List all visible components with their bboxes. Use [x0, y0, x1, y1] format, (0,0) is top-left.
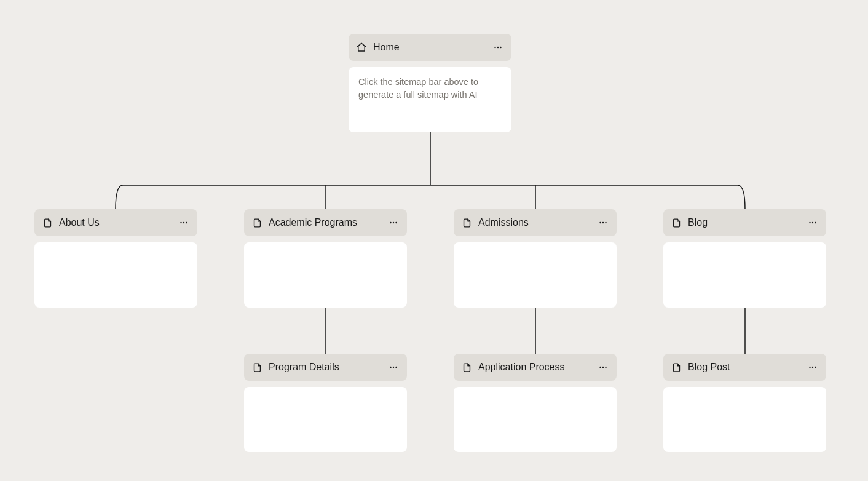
node-body-blog[interactable] — [663, 242, 826, 308]
sitemap-node-blog: Blog — [663, 209, 826, 308]
node-header-blog-post[interactable]: Blog Post — [663, 354, 826, 381]
page-icon — [461, 217, 472, 228]
svg-point-26 — [602, 367, 604, 368]
svg-point-24 — [395, 367, 397, 368]
page-icon — [671, 362, 682, 373]
svg-point-15 — [395, 222, 397, 223]
node-header-program-details[interactable]: Program Details — [244, 354, 407, 381]
node-header-home[interactable]: Home — [349, 34, 511, 61]
node-body-program-details[interactable] — [244, 387, 407, 452]
page-icon — [251, 217, 262, 228]
svg-point-7 — [494, 47, 495, 48]
svg-point-11 — [183, 222, 184, 223]
more-icon[interactable] — [492, 41, 504, 54]
node-header-blog[interactable]: Blog — [663, 209, 826, 236]
page-icon — [251, 362, 262, 373]
svg-point-28 — [809, 367, 810, 368]
more-icon[interactable] — [387, 217, 400, 229]
node-body-about-us[interactable] — [34, 242, 197, 308]
sitemap-node-application-process: Application Process — [454, 354, 617, 452]
svg-point-8 — [497, 47, 499, 48]
sitemap-node-academic-programs: Academic Programs — [244, 209, 407, 308]
more-icon[interactable] — [387, 361, 400, 373]
svg-point-13 — [390, 222, 391, 223]
svg-point-12 — [186, 222, 187, 223]
sitemap-node-program-details: Program Details — [244, 354, 407, 452]
more-icon[interactable] — [807, 217, 819, 229]
node-title: Academic Programs — [269, 217, 381, 228]
svg-point-18 — [605, 222, 606, 223]
node-header-academic-programs[interactable]: Academic Programs — [244, 209, 407, 236]
node-title: Blog Post — [688, 362, 800, 373]
svg-point-23 — [393, 367, 394, 368]
sitemap-node-home: Home Click the sitemap bar above to gene… — [349, 34, 511, 132]
node-body-admissions[interactable] — [454, 242, 617, 308]
svg-point-20 — [812, 222, 813, 223]
node-header-application-process[interactable]: Application Process — [454, 354, 617, 381]
home-icon — [356, 42, 367, 53]
sitemap-node-about-us: About Us — [34, 209, 197, 308]
page-icon — [461, 362, 472, 373]
more-icon[interactable] — [807, 361, 819, 373]
node-body-home[interactable]: Click the sitemap bar above to generate … — [349, 67, 511, 132]
node-header-about-us[interactable]: About Us — [34, 209, 197, 236]
more-icon[interactable] — [597, 217, 609, 229]
page-icon — [42, 217, 53, 228]
svg-point-25 — [599, 367, 601, 368]
svg-point-30 — [815, 367, 816, 368]
more-icon[interactable] — [178, 217, 190, 229]
svg-point-14 — [393, 222, 394, 223]
node-title: Application Process — [478, 362, 591, 373]
node-body-blog-post[interactable] — [663, 387, 826, 452]
svg-point-27 — [605, 367, 606, 368]
node-body-application-process[interactable] — [454, 387, 617, 452]
sitemap-node-blog-post: Blog Post — [663, 354, 826, 452]
svg-point-19 — [809, 222, 810, 223]
svg-point-22 — [390, 367, 391, 368]
node-hint-text: Click the sitemap bar above to generate … — [358, 77, 478, 100]
more-icon[interactable] — [597, 361, 609, 373]
node-title: Blog — [688, 217, 800, 228]
svg-point-29 — [812, 367, 813, 368]
node-title: About Us — [59, 217, 172, 228]
svg-point-16 — [599, 222, 601, 223]
node-title: Home — [373, 42, 486, 53]
svg-point-21 — [815, 222, 816, 223]
node-title: Admissions — [478, 217, 591, 228]
node-body-academic-programs[interactable] — [244, 242, 407, 308]
node-title: Program Details — [269, 362, 381, 373]
svg-point-9 — [500, 47, 501, 48]
page-icon — [671, 217, 682, 228]
svg-point-17 — [602, 222, 604, 223]
node-header-admissions[interactable]: Admissions — [454, 209, 617, 236]
svg-point-10 — [180, 222, 181, 223]
sitemap-node-admissions: Admissions — [454, 209, 617, 308]
